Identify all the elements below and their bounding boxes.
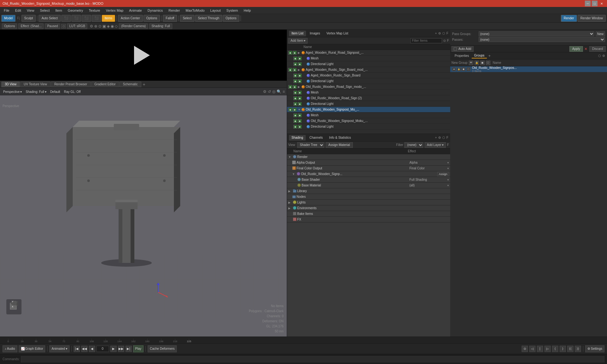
lut-btn[interactable]: LUT: sRGB: [67, 23, 87, 29]
shader-row[interactable]: Base Material (all) ▾: [287, 183, 450, 188]
effect-dropdown[interactable]: ▾: [447, 178, 449, 181]
vis-toggle-2[interactable]: ●: [298, 96, 302, 100]
expand-toggle[interactable]: [303, 63, 307, 66]
vis-toggle[interactable]: ●: [288, 68, 292, 72]
preview-icon-7[interactable]: ◇: [115, 24, 118, 28]
options-sub-btn[interactable]: Options: [2, 23, 17, 29]
tab-gradient-editor[interactable]: Gradient Editor: [91, 82, 119, 87]
menu-item[interactable]: Item: [53, 8, 64, 13]
preview-toggle[interactable]: □: [61, 24, 66, 28]
shader-list-icon[interactable]: F: [447, 143, 449, 147]
group-icon-4[interactable]: ⬡: [486, 61, 490, 65]
viewport-icon-search[interactable]: 🔍: [277, 89, 281, 94]
close-button[interactable]: ✕: [599, 1, 604, 6]
vis-toggle-2[interactable]: ●: [298, 62, 302, 66]
menu-view[interactable]: View: [24, 8, 37, 13]
menu-dynamics[interactable]: Dynamics: [145, 8, 165, 13]
tab-vertex-map[interactable]: Vertex Map List: [324, 31, 351, 36]
ray-gl-label[interactable]: Ray GL: Off: [63, 89, 82, 94]
mode-model-btn[interactable]: Model: [1, 15, 15, 22]
menu-geometry[interactable]: Geometry: [65, 8, 85, 13]
list-item[interactable]: ● ● ▶ Aged_Wooden_Rural_Road_Signpost_..…: [287, 50, 450, 56]
viewport-icon-menu[interactable]: ≡: [283, 89, 285, 94]
expand-toggle[interactable]: [303, 119, 307, 123]
list-item[interactable]: ● ● Old_Rustic_Wooden_Signpost_Moku_...: [287, 118, 450, 124]
tab-3d-view[interactable]: 3D View: [1, 82, 20, 87]
auto-add-checkbox[interactable]: [454, 47, 457, 51]
tab-schematic[interactable]: Schematic: [120, 82, 141, 87]
timeline-ruler[interactable]: 0 18 36 54 72 90 108 126 144 162 180 198…: [0, 337, 607, 344]
vis-toggle-2[interactable]: ●: [298, 102, 302, 106]
shading-selector[interactable]: Shading: Full ▾: [24, 89, 47, 94]
groups-settings-icon[interactable]: ⚙: [602, 54, 605, 58]
expand-toggle[interactable]: ▶: [298, 85, 302, 88]
shader-f-icon[interactable]: F: [446, 136, 448, 139]
icon-btn-5[interactable]: ⟨: [552, 346, 558, 352]
shader-float-icon[interactable]: ⬡: [442, 136, 445, 139]
list-item[interactable]: ● ● Mesh: [287, 56, 450, 61]
expand-toggle[interactable]: [303, 114, 307, 117]
menu-render[interactable]: Render: [166, 8, 182, 13]
shader-row[interactable]: Bake Items: [287, 211, 450, 217]
shader-settings-icon[interactable]: ⚙: [438, 136, 441, 139]
vis-toggle[interactable]: ●: [293, 96, 297, 100]
group-icon-1[interactable]: 👁: [469, 61, 473, 65]
list-item[interactable]: ● ● ▶ Old_Rustic_Wooden_Road_Sign_modo_.…: [287, 84, 450, 90]
expand-toggle[interactable]: ▶: [298, 68, 302, 71]
tab-info-stats[interactable]: Info & Statistics: [327, 135, 353, 141]
play-button[interactable]: Play: [133, 345, 144, 352]
cache-deformers-button[interactable]: Cache Deformers: [148, 345, 177, 352]
icon-btn-8[interactable]: ⟩⟩: [575, 346, 581, 352]
vis-toggle-2[interactable]: ●: [293, 108, 297, 112]
discard-button[interactable]: Discard: [589, 46, 606, 52]
transport-next-end[interactable]: ▶|: [126, 346, 132, 352]
list-item[interactable]: ● ● Old_Rustic_Wooden_Road_Sign (2): [287, 95, 450, 101]
shader-toggle[interactable]: ▼: [292, 173, 297, 176]
tab-properties[interactable]: Properties: [452, 53, 472, 58]
assign-shader-btn[interactable]: Assign: [437, 172, 449, 176]
render-btn[interactable]: Render: [561, 15, 577, 22]
expand-toggle[interactable]: [303, 125, 307, 128]
item-list-expand-icon[interactable]: +: [435, 32, 437, 35]
preview-icon-6[interactable]: ◉: [111, 24, 114, 28]
perspective-selector[interactable]: Perspective ▾: [2, 89, 23, 94]
icon-btn-1[interactable]: ⊙: [522, 346, 528, 352]
vis-toggle[interactable]: ●: [293, 113, 297, 117]
tab-render-preset[interactable]: Render Preset Browser: [51, 82, 91, 87]
vis-toggle-2[interactable]: ●: [298, 119, 302, 123]
passes-select[interactable]: (none): [479, 37, 605, 42]
tab-uv-texture[interactable]: UV Texture View: [20, 82, 51, 87]
paused-btn[interactable]: Paused: [45, 23, 60, 29]
vis-toggle[interactable]: ●: [288, 108, 292, 112]
vis-toggle-2[interactable]: ●: [298, 79, 302, 83]
auto-add-button[interactable]: Auto Add: [451, 46, 474, 52]
expand-toggle[interactable]: ▶: [298, 51, 302, 54]
icon-btn-4[interactable]: ▷: [544, 346, 551, 352]
vis-toggle-2[interactable]: ●: [298, 125, 302, 129]
tab-item-list[interactable]: Item List: [289, 31, 306, 36]
shader-view-select[interactable]: Shader Tree: [297, 142, 324, 148]
filter-items-icon[interactable]: ⊙: [443, 39, 446, 42]
shader-row[interactable]: ▶ Environments: [287, 205, 450, 211]
filter-items-input[interactable]: [410, 38, 442, 43]
expand-toggle[interactable]: [303, 74, 307, 77]
menu-texture[interactable]: Texture: [86, 8, 103, 13]
default-label[interactable]: Default: [49, 89, 62, 94]
filter-select[interactable]: (none): [404, 142, 423, 148]
vis-toggle[interactable]: ●: [288, 51, 292, 55]
new-pass-group-btn[interactable]: New: [596, 31, 605, 36]
group-box-icon[interactable]: ⬡: [466, 67, 470, 71]
effect-dropdown[interactable]: ▾: [447, 167, 449, 170]
expand-toggle[interactable]: [303, 57, 307, 60]
menu-file[interactable]: File: [1, 8, 12, 13]
maximize-button[interactable]: □: [592, 1, 598, 6]
viewport-icon-settings[interactable]: ⚙: [263, 89, 267, 94]
list-item[interactable]: ● ● Directional Light: [287, 78, 450, 84]
assign-material-button[interactable]: Assign Material: [326, 142, 353, 148]
tab-shading[interactable]: Shading: [289, 135, 306, 141]
animated-button[interactable]: Animated ▾: [49, 345, 69, 352]
graph-editor-button[interactable]: 📈 Graph Editor: [19, 345, 46, 352]
expand-toggle[interactable]: ▼: [298, 108, 302, 111]
options-1-btn[interactable]: Options: [144, 15, 160, 22]
play-preview-button[interactable]: [134, 46, 153, 65]
